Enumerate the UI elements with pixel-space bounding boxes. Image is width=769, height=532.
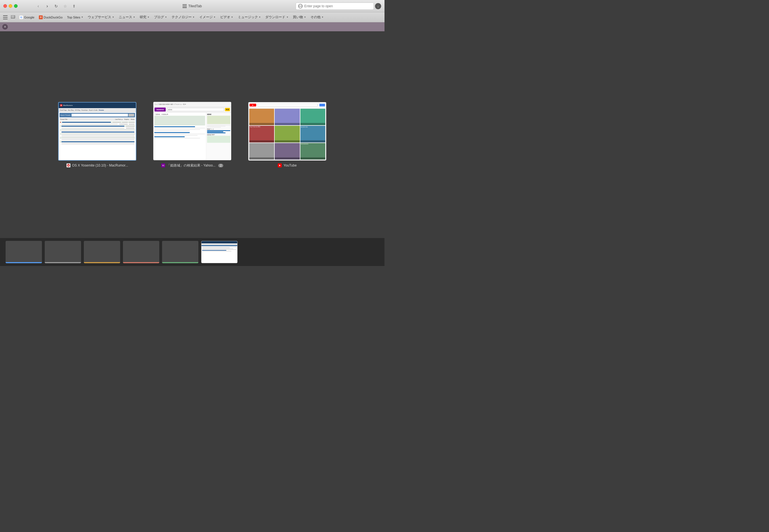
chevron-down-icon: ▼ [231, 16, 233, 18]
chevron-down-icon: ▼ [193, 16, 195, 18]
chevron-down-icon: ▼ [321, 16, 324, 18]
chevron-down-icon: ▼ [259, 16, 261, 18]
minimize-button[interactable] [9, 4, 12, 8]
tab-badge-yahoo: 2 [218, 164, 223, 167]
mini-tab-2[interactable] [45, 241, 81, 263]
youtube-logo: ▶ [250, 104, 256, 106]
tab-close-bar: ✕ [0, 22, 385, 31]
forward-button[interactable]: › [43, 2, 51, 10]
tab-preview-yahoo: ウェブ 画像 動画 知恵袋 地図 リアルタイム 一覧▼ YAHOO! 姫路城 検… [153, 102, 231, 160]
chevron-down-icon: ▼ [112, 16, 114, 18]
svg-rect-2 [3, 19, 8, 19]
download-button[interactable]: ↓ [375, 3, 381, 9]
search-bar[interactable] [296, 3, 374, 10]
ddg-favicon: D [39, 15, 43, 19]
video-menu[interactable]: ビデオ ▼ [219, 15, 235, 20]
news-menu[interactable]: ニュース ▼ [117, 15, 137, 20]
web-services-menu[interactable]: ウェブサービス ▼ [86, 15, 116, 20]
mini-tab-3[interactable] [84, 241, 120, 263]
mini-tab-6[interactable] [201, 241, 238, 263]
mini-tab-4[interactable] [123, 241, 159, 263]
mini-tab-indicator-5 [162, 262, 198, 263]
other-menu[interactable]: その他 ▼ [309, 15, 325, 20]
tab-thumbnail-youtube[interactable]: ▶ [248, 102, 326, 167]
tab-thumbnail-macrumors[interactable]: M MacRumors Front Page Mac Blog iOS Blog… [58, 102, 136, 167]
nav-buttons: ‹ › ↻ ☆ ⬆ [34, 2, 78, 10]
svg-text:M: M [68, 165, 69, 167]
tab-label-yahoo: Y! 「姫路城」の検索結果 - Yahoo... 2 [161, 163, 223, 168]
search-input[interactable] [304, 4, 371, 8]
technology-menu[interactable]: テクノロジー ▼ [170, 15, 196, 20]
google-favicon: G [19, 15, 23, 19]
chevron-down-icon: ▼ [147, 16, 149, 18]
youtube-favicon [278, 163, 282, 167]
tab-preview-macrumors: M MacRumors Front Page Mac Blog iOS Blog… [58, 102, 136, 161]
tab-label-youtube: YouTube [278, 163, 296, 167]
google-bookmark[interactable]: G Google [18, 15, 36, 20]
mini-tab-indicator-3 [84, 262, 120, 263]
chevron-down-icon: ▼ [213, 16, 216, 18]
yt-search-bar [257, 104, 318, 106]
chevron-down-icon: ▼ [286, 16, 288, 18]
yahoo-favicon: Y! [161, 163, 165, 167]
mini-tab-indicator-4 [123, 262, 159, 263]
tab-title-yahoo: 「姫路城」の検索結果 - Yahoo... [167, 163, 215, 168]
title-bar: ‹ › ↻ ☆ ⬆ TiledTab ↓ [0, 0, 385, 12]
shop-menu[interactable]: 買い物 ▼ [291, 15, 307, 20]
svg-rect-4 [11, 16, 13, 18]
svg-rect-0 [3, 15, 8, 16]
research-menu[interactable]: 研究 ▼ [138, 15, 151, 20]
mini-tab-indicator-1 [6, 262, 42, 263]
tab-overview-button[interactable] [10, 14, 16, 20]
ddg-bookmark[interactable]: D DuckDuckGo [37, 15, 64, 20]
search-globe-icon [298, 4, 303, 8]
tab-preview-youtube: ▶ [248, 102, 326, 161]
tiled-tab-icon [183, 4, 187, 8]
tab-label-macrumors: M OS X Yosemite (10.10) - MacRumor... [67, 163, 128, 167]
back-button[interactable]: ‹ [34, 2, 42, 10]
mini-tab-1[interactable] [6, 241, 42, 263]
reload-button[interactable]: ↻ [52, 2, 60, 10]
close-button[interactable] [3, 4, 7, 8]
tab-title-macrumors: OS X Yosemite (10.10) - MacRumor... [72, 163, 128, 167]
music-menu[interactable]: ミュージック ▼ [236, 15, 262, 20]
close-tab-button[interactable]: ✕ [2, 24, 8, 30]
chevron-down-icon: ▼ [304, 16, 306, 18]
svg-rect-1 [3, 17, 8, 18]
share-button[interactable]: ⬆ [70, 2, 78, 10]
chevron-down-icon: ▼ [81, 16, 83, 18]
mini-tab-5[interactable] [162, 241, 198, 263]
chevron-down-icon: ▼ [133, 16, 135, 18]
tab-thumbnail-yahoo[interactable]: ウェブ 画像 動画 知恵袋 地図 リアルタイム 一覧▼ YAHOO! 姫路城 検… [153, 102, 231, 168]
maximize-button[interactable] [14, 4, 18, 8]
bookmark-button[interactable]: ☆ [61, 2, 69, 10]
main-content: M MacRumors Front Page Mac Blog iOS Blog… [0, 31, 385, 238]
download-menu[interactable]: ダウンロード ▼ [264, 15, 290, 20]
blog-menu[interactable]: ブログ ▼ [153, 15, 168, 20]
traffic-lights [3, 4, 18, 8]
tab-title-youtube: YouTube [283, 163, 296, 167]
toolbar: G Google D DuckDuckGo Top Sites ▼ ウェブサービ… [0, 12, 385, 22]
window-title: TiledTab [183, 4, 202, 8]
sidebar-toggle-button[interactable] [2, 14, 8, 20]
macrumors-favicon: M [67, 163, 70, 167]
top-sites-menu[interactable]: Top Sites ▼ [66, 15, 85, 20]
mini-tab-indicator-2 [45, 262, 81, 263]
chevron-down-icon: ▼ [165, 16, 167, 18]
image-menu[interactable]: イメージ ▼ [198, 15, 217, 20]
svg-rect-5 [13, 16, 14, 18]
bottom-tab-bar [0, 238, 385, 266]
